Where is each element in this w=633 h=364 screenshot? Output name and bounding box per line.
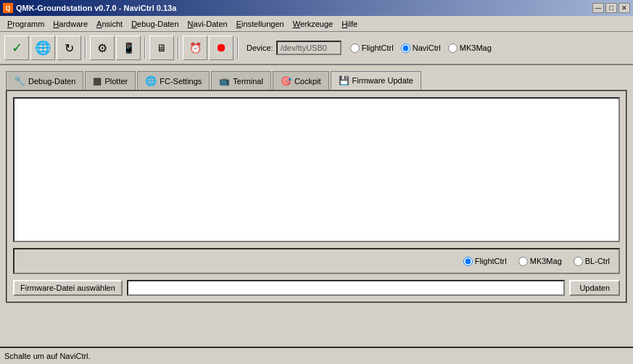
toolbar-refresh-button[interactable]: ↻ [57, 36, 81, 60]
maximize-button[interactable]: □ [605, 3, 617, 13]
device-radio-group: FlightCtrl NaviCtrl MK3Mag [350, 44, 492, 53]
firmware-panel: FlightCtrl MK3Mag BL-Ctrl Firmware-Datei… [13, 97, 620, 296]
refresh-icon: ↻ [65, 41, 74, 55]
status-text: Schalte um auf NaviCtrl. [4, 352, 91, 360]
toolbar-check-button[interactable]: ✓ [4, 36, 29, 60]
device-label: Device: [247, 44, 273, 52]
debug-tab-icon: 🔧 [14, 75, 25, 86]
window-controls: — □ ✕ [592, 3, 630, 13]
file-select-row: Firmware-Datei auswählen Updaten [13, 280, 620, 296]
plotter-tab-label: Plotter [104, 77, 128, 86]
close-button[interactable]: ✕ [618, 3, 630, 13]
firmware-radio-flightctrl[interactable]: FlightCtrl [463, 257, 507, 266]
menu-hardware[interactable]: Hardware [49, 18, 92, 30]
radio-navictrl[interactable]: NaviCtrl [401, 44, 441, 53]
globe-icon: 🌐 [35, 40, 51, 56]
window-title: QMK-Groundstation v0.7.0 - NaviCtrl 0.13… [16, 4, 176, 12]
tab-firmware-update[interactable]: 💾 Firmware Update [331, 71, 421, 90]
menu-navi-daten[interactable]: Navi-Daten [183, 18, 232, 30]
file-path-input[interactable] [127, 280, 566, 296]
toolbar: ✓ 🌐 ↻ ⚙ 📱 🖥 ⏰ ⏺ Device: FlightCtrl NaviC… [0, 32, 633, 65]
check-icon: ✓ [12, 40, 22, 56]
menu-werkzeuge[interactable]: Werkzeuge [289, 18, 337, 30]
terminal-tab-icon: 📺 [219, 76, 230, 86]
debug-tab-label: Debug-Daten [28, 77, 75, 86]
toolbar-separator-2 [144, 37, 146, 59]
menu-programm[interactable]: Programm [3, 18, 49, 30]
toolbar-separator-3 [178, 37, 179, 59]
plotter-tab-icon: ▦ [93, 75, 102, 86]
file-select-button[interactable]: Firmware-Datei auswählen [13, 280, 123, 296]
monitor-icon: 🖥 [157, 42, 167, 54]
menu-bar: Programm Hardware Ansicht Debug-Daten Na… [0, 16, 633, 32]
tab-plotter[interactable]: ▦ Plotter [85, 71, 136, 90]
device-section: Device: [247, 41, 342, 55]
firmware-log-area [13, 97, 620, 242]
cockpit-tab-icon: 🎯 [281, 76, 291, 86]
cockpit-tab-label: Cockpit [294, 77, 321, 86]
tab-fc-settings[interactable]: 🌐 FC-Settings [137, 71, 210, 90]
menu-debug-daten[interactable]: Debug-Daten [127, 18, 183, 30]
toolbar-separator-1 [85, 37, 86, 59]
firmware-tab-icon: 💾 [339, 75, 349, 86]
clock-icon: ⏰ [189, 42, 202, 54]
toolbar-phone-button[interactable]: 📱 [116, 36, 141, 60]
firmware-radio-mk3mag[interactable]: MK3Mag [518, 257, 562, 266]
firmware-radio-blctrl[interactable]: BL-Ctrl [574, 257, 610, 266]
status-bar: Schalte um auf NaviCtrl. [0, 347, 633, 364]
settings-icon: ⚙ [97, 41, 107, 55]
tab-terminal[interactable]: 📺 Terminal [211, 71, 271, 90]
radio-flightctrl[interactable]: FlightCtrl [350, 44, 394, 53]
tab-bar: 🔧 Debug-Daten ▦ Plotter 🌐 FC-Settings 📺 … [6, 70, 627, 90]
radio-mk3mag[interactable]: MK3Mag [448, 44, 492, 53]
minimize-button[interactable]: — [592, 3, 604, 13]
update-button[interactable]: Updaten [569, 280, 620, 296]
fc-settings-tab-icon: 🌐 [145, 75, 157, 86]
device-input[interactable] [276, 41, 342, 55]
title-bar: Q QMK-Groundstation v0.7.0 - NaviCtrl 0.… [0, 0, 633, 16]
fc-settings-tab-label: FC-Settings [160, 77, 202, 86]
tab-cockpit[interactable]: 🎯 Cockpit [273, 71, 329, 90]
toolbar-settings-button[interactable]: ⚙ [90, 36, 115, 60]
menu-hilfe[interactable]: Hilfe [337, 18, 362, 30]
toolbar-globe-button[interactable]: 🌐 [30, 36, 55, 60]
toolbar-separator-4 [237, 37, 239, 59]
terminal-tab-label: Terminal [233, 77, 263, 86]
tab-content-area: FlightCtrl MK3Mag BL-Ctrl Firmware-Datei… [6, 90, 627, 303]
phone-icon: 📱 [123, 42, 135, 54]
tab-debug-daten[interactable]: 🔧 Debug-Daten [6, 71, 83, 90]
app-icon: Q [3, 3, 13, 13]
menu-einstellungen[interactable]: Einstellungen [232, 18, 289, 30]
main-content: 🔧 Debug-Daten ▦ Plotter 🌐 FC-Settings 📺 … [0, 65, 633, 364]
record-icon: ⏺ [215, 41, 227, 54]
toolbar-monitor-button[interactable]: 🖥 [149, 36, 174, 60]
firmware-options-box: FlightCtrl MK3Mag BL-Ctrl [13, 248, 620, 274]
toolbar-record-button[interactable]: ⏺ [209, 36, 233, 60]
firmware-tab-label: Firmware Update [352, 76, 413, 85]
menu-ansicht[interactable]: Ansicht [92, 18, 127, 30]
toolbar-clock-button[interactable]: ⏰ [183, 36, 207, 60]
